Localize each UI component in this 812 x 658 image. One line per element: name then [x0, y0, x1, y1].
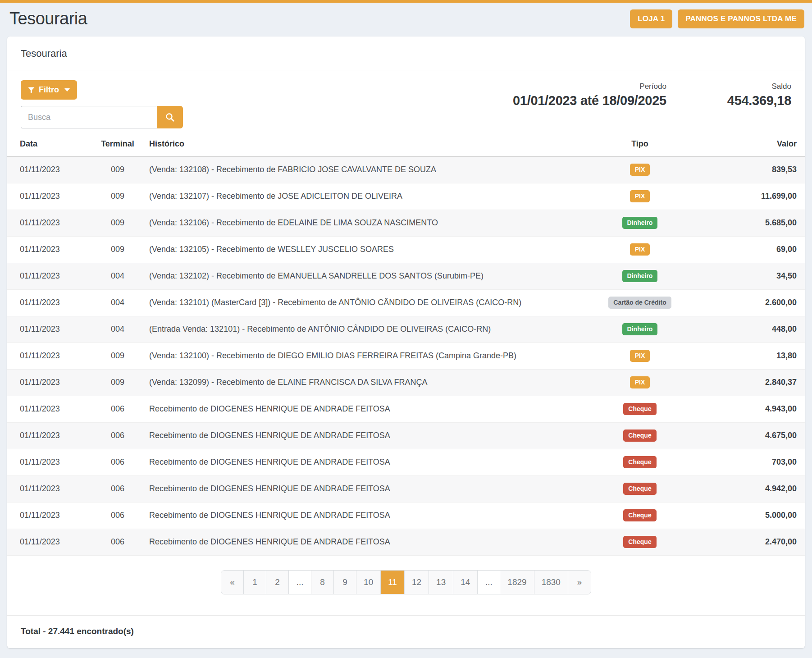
row-date: 01/11/2023 [7, 210, 86, 236]
filter-button[interactable]: Filtro [21, 80, 77, 100]
table-row: 01/11/2023009(Venda: 132105) - Recebimen… [7, 236, 805, 263]
tipo-badge: PIX [630, 350, 650, 362]
chevron-down-icon [64, 88, 70, 91]
column-header-terminal: Terminal [86, 133, 149, 156]
page-button-11[interactable]: 11 [381, 571, 405, 594]
company-button[interactable]: PANNOS E PANNOS LTDA ME [678, 9, 804, 28]
table-row: 01/11/2023009(Venda: 132100) - Recebimen… [7, 343, 805, 369]
page-button-14[interactable]: 14 [453, 571, 478, 594]
page-next-button[interactable]: » [568, 571, 591, 594]
row-terminal: 006 [86, 396, 149, 422]
table-row: 01/11/2023004(Venda: 132101) (MasterCard… [7, 289, 805, 316]
page-button-8[interactable]: 8 [311, 571, 334, 594]
row-historico: (Venda: 132099) - Recebimento de ELAINE … [149, 369, 568, 396]
column-header-data: Data [7, 133, 86, 156]
search-button[interactable] [157, 106, 183, 128]
page-button-13[interactable]: 13 [429, 571, 453, 594]
row-valor: 2.840,37 [712, 369, 805, 396]
row-historico: (Venda: 132107) - Recebimento de JOSE AD… [149, 183, 568, 210]
pagination-wrap: «12...891011121314...18291830» [7, 570, 805, 594]
card-title: Tesouraria [7, 37, 805, 70]
tipo-badge: PIX [630, 190, 650, 202]
tipo-badge: PIX [630, 164, 650, 176]
tipo-badge: Cheque [623, 430, 656, 442]
row-valor: 11.699,00 [712, 183, 805, 210]
toolbar-stats: Período 01/01/2023 até 18/09/2025 Saldo … [513, 80, 791, 128]
toolbar-left: Filtro [21, 80, 183, 128]
row-date: 01/11/2023 [7, 475, 86, 502]
table-row: 01/11/2023009(Venda: 132107) - Recebimen… [7, 183, 805, 210]
row-tipo: Dinheiro [568, 210, 712, 236]
row-historico: (Venda: 132106) - Recebimento de EDELAIN… [149, 210, 568, 236]
row-valor: 13,80 [712, 343, 805, 369]
row-valor: 2.600,00 [712, 289, 805, 316]
row-valor: 2.470,00 [712, 529, 805, 555]
page-header: Tesouraria LOJA 1 PANNOS E PANNOS LTDA M… [0, 3, 812, 37]
tipo-badge: Cheque [623, 509, 656, 521]
tipo-badge: Dinheiro [622, 217, 658, 229]
tipo-badge: Cheque [623, 456, 656, 468]
column-header-historico: Histórico [149, 133, 568, 156]
page-button-2[interactable]: 2 [266, 571, 289, 594]
page-button-9[interactable]: 9 [334, 571, 356, 594]
page-button-1830[interactable]: 1830 [534, 571, 568, 594]
row-historico: Recebimento de DIOGENES HENRIQUE DE ANDR… [149, 396, 568, 422]
table-row: 01/11/2023006Recebimento de DIOGENES HEN… [7, 529, 805, 555]
filter-button-label: Filtro [39, 85, 59, 95]
table-row: 01/11/2023004(Venda: 132102) - Recebimen… [7, 263, 805, 289]
row-date: 01/11/2023 [7, 369, 86, 396]
page-button-12[interactable]: 12 [405, 571, 429, 594]
tipo-badge: PIX [630, 376, 650, 388]
table-row: 01/11/2023006Recebimento de DIOGENES HEN… [7, 475, 805, 502]
row-valor: 448,00 [712, 316, 805, 343]
row-historico: (Venda: 132100) - Recebimento de DIEGO E… [149, 343, 568, 369]
row-tipo: PIX [568, 236, 712, 263]
row-date: 01/11/2023 [7, 263, 86, 289]
table-row: 01/11/2023006Recebimento de DIOGENES HEN… [7, 396, 805, 422]
row-date: 01/11/2023 [7, 183, 86, 210]
row-valor: 5.000,00 [712, 502, 805, 529]
table-row: 01/11/2023009(Venda: 132099) - Recebimen… [7, 369, 805, 396]
row-date: 01/11/2023 [7, 236, 86, 263]
page-button-1829[interactable]: 1829 [500, 571, 534, 594]
row-terminal: 009 [86, 369, 149, 396]
tipo-badge: Cartão de Crédito [608, 297, 671, 309]
table-header-row: Data Terminal Histórico Tipo Valor [7, 133, 805, 156]
row-date: 01/11/2023 [7, 529, 86, 555]
row-tipo: PIX [568, 156, 712, 183]
row-terminal: 009 [86, 183, 149, 210]
row-valor: 69,00 [712, 236, 805, 263]
column-header-valor: Valor [712, 133, 805, 156]
row-terminal: 006 [86, 422, 149, 449]
row-date: 01/11/2023 [7, 502, 86, 529]
balance-stat: Saldo 454.369,18 [727, 82, 791, 108]
search-icon [165, 113, 174, 122]
row-tipo: Cheque [568, 449, 712, 475]
row-historico: Recebimento de DIOGENES HENRIQUE DE ANDR… [149, 449, 568, 475]
search-group [21, 106, 183, 128]
row-terminal: 006 [86, 502, 149, 529]
table-row: 01/11/2023006Recebimento de DIOGENES HEN… [7, 449, 805, 475]
pagination: «12...891011121314...18291830» [221, 570, 591, 594]
row-tipo: Cheque [568, 502, 712, 529]
search-input[interactable] [21, 106, 157, 128]
page-button-1[interactable]: 1 [244, 571, 266, 594]
row-historico: Recebimento de DIOGENES HENRIQUE DE ANDR… [149, 422, 568, 449]
row-historico: (Venda: 132108) - Recebimento de FABRICI… [149, 156, 568, 183]
row-historico: (Venda: 132102) - Recebimento de EMANUEL… [149, 263, 568, 289]
row-date: 01/11/2023 [7, 422, 86, 449]
row-terminal: 009 [86, 156, 149, 183]
row-terminal: 004 [86, 289, 149, 316]
store-button[interactable]: LOJA 1 [630, 9, 672, 28]
row-valor: 703,00 [712, 449, 805, 475]
row-terminal: 006 [86, 529, 149, 555]
row-historico: (Entrada Venda: 132101) - Recebimento de… [149, 316, 568, 343]
row-historico: Recebimento de DIOGENES HENRIQUE DE ANDR… [149, 475, 568, 502]
row-tipo: Cheque [568, 529, 712, 555]
column-header-tipo: Tipo [568, 133, 712, 156]
page-button-10[interactable]: 10 [356, 571, 381, 594]
page-prev-button[interactable]: « [221, 571, 244, 594]
table-row: 01/11/2023006Recebimento de DIOGENES HEN… [7, 502, 805, 529]
period-value: 01/01/2023 até 18/09/2025 [513, 93, 666, 108]
row-terminal: 004 [86, 263, 149, 289]
